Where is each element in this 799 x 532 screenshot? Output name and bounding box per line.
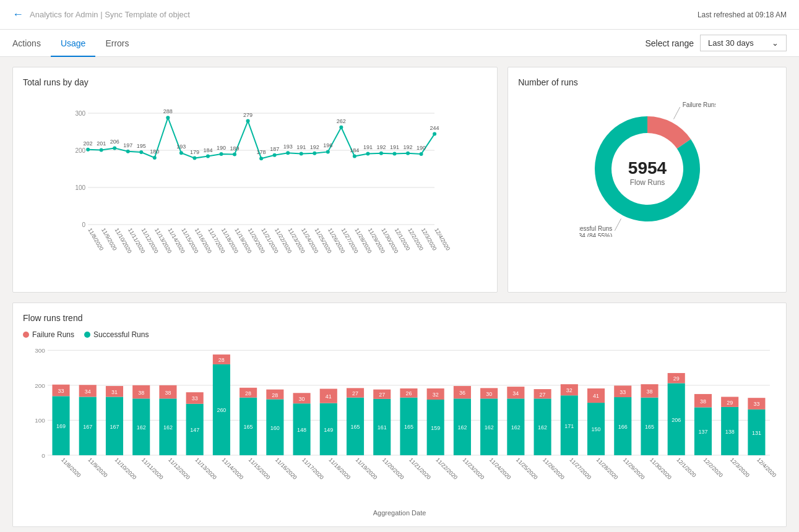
svg-text:300: 300 [35, 347, 45, 354]
svg-point-77 [392, 152, 396, 155]
svg-text:11/13/2020: 11/13/2020 [194, 457, 218, 481]
svg-point-56 [300, 152, 303, 155]
svg-text:11/30/2020: 11/30/2020 [649, 457, 673, 481]
tab-actions[interactable]: Actions [12, 30, 51, 57]
donut-container: Failure Runs 920 (15.45%)Successful Runs… [518, 95, 776, 243]
svg-text:11/8/2020: 11/8/2020 [60, 457, 82, 478]
svg-text:12/1/2020: 12/1/2020 [675, 457, 697, 478]
svg-text:165: 165 [645, 424, 654, 430]
trend-chart-title: Flow runs trend [23, 313, 776, 323]
svg-point-71 [366, 152, 369, 155]
svg-text:193: 193 [283, 144, 293, 150]
svg-text:38: 38 [647, 388, 653, 395]
legend-failure: Failure Runs [23, 330, 74, 339]
svg-point-50 [273, 153, 277, 157]
svg-text:190: 190 [217, 145, 226, 151]
svg-text:11/14/2020: 11/14/2020 [220, 457, 244, 481]
svg-text:11/9/2020: 11/9/2020 [87, 457, 108, 478]
svg-point-74 [379, 152, 383, 155]
top-bar: ← Analytics for Admin | Sync Template of… [0, 0, 799, 30]
svg-text:166: 166 [618, 424, 628, 430]
svg-text:38: 38 [700, 398, 706, 405]
svg-text:28: 28 [272, 392, 278, 398]
svg-text:12/3/2020: 12/3/2020 [729, 457, 751, 478]
svg-text:167: 167 [83, 424, 92, 430]
svg-text:192: 192 [404, 144, 413, 150]
line-chart-svg: 010020030020211/8/202020111/9/202020611/… [23, 95, 487, 280]
svg-text:178: 178 [257, 149, 266, 155]
svg-text:196: 196 [323, 142, 332, 148]
svg-text:137: 137 [698, 429, 707, 435]
svg-point-44 [246, 119, 250, 123]
svg-text:38: 38 [165, 390, 171, 396]
svg-point-23 [153, 156, 157, 160]
svg-text:197: 197 [123, 142, 132, 148]
svg-text:147: 147 [190, 427, 199, 433]
range-value: Last 30 days [708, 38, 754, 48]
svg-text:167: 167 [110, 424, 119, 430]
svg-text:160: 160 [270, 425, 280, 431]
svg-text:12/4/2020: 12/4/2020 [756, 457, 776, 478]
svg-text:27: 27 [352, 390, 358, 397]
svg-text:31: 31 [111, 389, 118, 395]
svg-point-38 [219, 152, 223, 156]
svg-text:191: 191 [390, 144, 399, 150]
svg-text:38: 38 [138, 390, 144, 396]
svg-text:187: 187 [270, 146, 279, 152]
main-content: Total runs by day 010020030020211/8/2020… [0, 57, 799, 532]
trend-chart-card: Flow runs trend Failure Runs Successful … [12, 302, 787, 527]
svg-text:11/10/2020: 11/10/2020 [114, 457, 138, 481]
svg-text:179: 179 [190, 149, 199, 155]
failure-dot [23, 332, 29, 338]
trend-legend: Failure Runs Successful Runs [23, 330, 776, 339]
svg-text:260: 260 [217, 407, 226, 413]
svg-point-53 [286, 151, 290, 155]
svg-text:149: 149 [324, 427, 333, 433]
svg-text:162: 162 [163, 424, 173, 431]
range-dropdown[interactable]: Last 30 days ⌄ [700, 35, 787, 51]
svg-text:27: 27 [540, 392, 546, 398]
donut-svg: Failure Runs 920 (15.45%)Successful Runs… [579, 101, 715, 237]
svg-text:191: 191 [296, 144, 306, 150]
tab-errors[interactable]: Errors [95, 30, 139, 57]
svg-point-47 [259, 157, 263, 160]
svg-text:150: 150 [592, 426, 601, 432]
svg-text:206: 206 [672, 417, 681, 423]
svg-point-20 [139, 150, 143, 154]
svg-text:11/22/2020: 11/22/2020 [434, 457, 459, 481]
svg-text:28: 28 [245, 390, 251, 397]
svg-text:189: 189 [230, 145, 240, 152]
svg-text:11/28/2020: 11/28/2020 [595, 457, 620, 481]
svg-text:33: 33 [58, 388, 64, 394]
svg-text:184: 184 [350, 147, 359, 153]
success-label: Successful Runs [93, 330, 149, 339]
svg-point-17 [126, 150, 130, 153]
line-chart-card: Total runs by day 010020030020211/8/2020… [12, 67, 498, 293]
svg-text:184: 184 [203, 147, 212, 153]
legend-success: Successful Runs [84, 330, 149, 339]
svg-point-11 [100, 148, 103, 152]
svg-point-8 [86, 148, 90, 152]
line-chart-title: Total runs by day [23, 77, 487, 87]
tabs: Actions Usage Errors [12, 30, 139, 56]
svg-text:36: 36 [459, 390, 465, 396]
tab-usage[interactable]: Usage [51, 30, 95, 57]
back-button[interactable]: ← [12, 8, 24, 21]
svg-text:0: 0 [82, 221, 86, 228]
svg-text:206: 206 [110, 139, 119, 145]
svg-text:11/29/2020: 11/29/2020 [622, 457, 646, 481]
chevron-down-icon: ⌄ [772, 38, 779, 48]
svg-text:148: 148 [297, 427, 306, 433]
success-dot [84, 332, 90, 338]
svg-text:191: 191 [363, 144, 373, 150]
svg-text:100: 100 [35, 417, 45, 424]
svg-text:29: 29 [673, 375, 680, 382]
svg-text:34: 34 [85, 388, 91, 395]
donut-chart-title: Number of runs [518, 77, 776, 87]
svg-text:11/18/2020: 11/18/2020 [327, 457, 352, 481]
svg-text:162: 162 [511, 424, 520, 431]
svg-text:201: 201 [97, 140, 106, 147]
svg-text:161: 161 [378, 424, 387, 431]
svg-text:34: 34 [512, 390, 519, 397]
svg-text:30: 30 [299, 396, 305, 402]
